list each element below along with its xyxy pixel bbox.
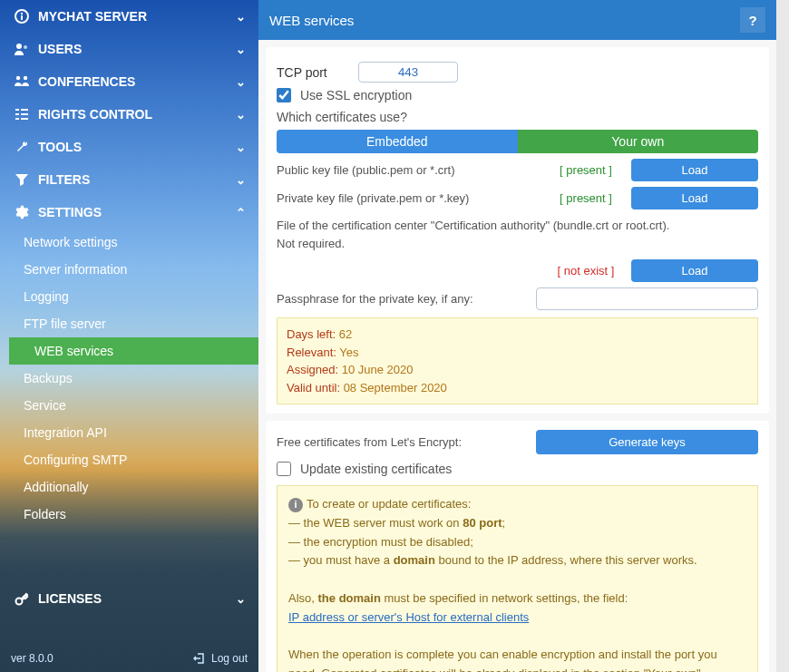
sidebar-footer: ver 8.0.0 Log out xyxy=(0,645,258,672)
generate-keys-button[interactable]: Generate keys xyxy=(536,430,758,454)
privkey-label: Private key file (private.pem or *.key) xyxy=(277,191,541,205)
tab-your-own[interactable]: Your own xyxy=(518,130,759,153)
authority-note: File of the certification center "Certif… xyxy=(277,217,758,252)
main-content: WEB services ? TCP port Use SSL encrypti… xyxy=(258,0,776,672)
tcp-port-input[interactable] xyxy=(358,62,458,83)
sidebar-item-service[interactable]: Service xyxy=(9,392,258,419)
pubkey-load-button[interactable]: Load xyxy=(631,159,758,181)
version-label: ver 8.0.0 xyxy=(11,652,193,665)
settings-subitems: Network settings Server information Logg… xyxy=(0,229,258,528)
chevron-up-icon: ⌃ xyxy=(236,206,246,219)
chevron-down-icon: ⌄ xyxy=(236,75,246,89)
passphrase-input[interactable] xyxy=(536,287,758,310)
logout-icon xyxy=(193,652,206,665)
logout-button[interactable]: Log out xyxy=(193,652,248,665)
cert-tabs: Embedded Your own xyxy=(277,130,758,153)
conferences-icon xyxy=(13,74,31,89)
sidebar-item-network[interactable]: Network settings xyxy=(9,229,258,256)
nav-tools[interactable]: TOOLS ⌄ xyxy=(0,131,258,163)
svg-point-6 xyxy=(24,76,27,80)
page-title: WEB services xyxy=(269,13,740,28)
chevron-down-icon: ⌄ xyxy=(236,173,246,187)
pubkey-status: [ present ] xyxy=(550,163,622,177)
svg-point-3 xyxy=(16,44,22,49)
ssl-panel: TCP port Use SSL encryption Which certif… xyxy=(266,47,769,414)
nav-users[interactable]: USERS ⌄ xyxy=(0,33,258,65)
update-certs-label: Update existing certificates xyxy=(300,462,452,476)
chevron-down-icon: ⌄ xyxy=(236,43,246,56)
nav-label: SETTINGS xyxy=(38,205,236,219)
privkey-status: [ present ] xyxy=(550,191,622,205)
gear-icon xyxy=(13,205,31,219)
tcp-port-label: TCP port xyxy=(277,65,349,80)
users-icon xyxy=(13,42,31,56)
ssl-label: Use SSL encryption xyxy=(300,88,412,102)
nav-rights[interactable]: RIGHTS CONTROL ⌄ xyxy=(0,98,258,131)
nav-label: FILTERS xyxy=(38,172,236,187)
svg-point-1 xyxy=(21,13,23,15)
chevron-down-icon: ⌄ xyxy=(236,141,246,154)
sidebar-item-api[interactable]: Integration API xyxy=(9,419,258,446)
chevron-down-icon: ⌄ xyxy=(236,10,246,24)
svg-rect-7 xyxy=(15,109,19,111)
tab-embedded[interactable]: Embedded xyxy=(277,130,518,153)
sidebar-item-web[interactable]: WEB services xyxy=(9,337,258,365)
cert-question: Which certificates use? xyxy=(277,110,758,124)
svg-rect-2 xyxy=(21,15,23,20)
nav-label: USERS xyxy=(38,42,236,56)
info-icon: i xyxy=(288,498,303,512)
filter-icon xyxy=(13,172,31,187)
nav-conferences[interactable]: CONFERENCES ⌄ xyxy=(0,65,258,98)
key-icon xyxy=(13,591,31,606)
nav-label: MYCHAT SERVER xyxy=(38,9,236,24)
nav-label: TOOLS xyxy=(38,140,236,154)
rights-icon xyxy=(13,107,31,122)
svg-rect-8 xyxy=(15,113,19,115)
sidebar-item-backups[interactable]: Backups xyxy=(9,365,258,392)
info-icon xyxy=(13,9,31,24)
svg-rect-11 xyxy=(21,113,28,115)
authority-status: [ not exist ] xyxy=(550,264,622,278)
authority-load-button[interactable]: Load xyxy=(631,259,758,282)
network-settings-link[interactable]: IP address or server's Host for external… xyxy=(288,610,529,624)
sidebar-item-additional[interactable]: Additionally xyxy=(9,473,258,501)
svg-rect-9 xyxy=(15,118,19,120)
sidebar-item-ftp[interactable]: FTP file server xyxy=(9,310,258,337)
cert-info-box: Days left: 62 Relevant: Yes Assigned: 10… xyxy=(277,317,758,404)
letsencrypt-panel: Free certificates from Let's Encrypt: Ge… xyxy=(266,421,769,672)
letsencrypt-title: Free certificates from Let's Encrypt: xyxy=(277,435,527,449)
help-button[interactable]: ? xyxy=(740,7,765,33)
chevron-down-icon: ⌄ xyxy=(236,108,246,122)
nav-filters[interactable]: FILTERS ⌄ xyxy=(0,163,258,196)
letsencrypt-info: iTo create or update certificates: — the… xyxy=(277,485,758,672)
passphrase-label: Passphrase for the private key, if any: xyxy=(277,292,527,306)
chevron-down-icon: ⌄ xyxy=(236,592,246,606)
svg-rect-12 xyxy=(21,118,28,120)
logout-label: Log out xyxy=(211,652,248,665)
update-certs-checkbox[interactable] xyxy=(277,462,291,476)
svg-point-5 xyxy=(16,76,20,80)
sidebar: MYCHAT SERVER ⌄ USERS ⌄ CONFERENCES ⌄ RI… xyxy=(0,0,258,672)
nav-licenses[interactable]: LICENSES ⌄ xyxy=(0,582,258,615)
sidebar-item-folders[interactable]: Folders xyxy=(9,501,258,528)
svg-rect-10 xyxy=(21,109,28,111)
nav-label: LICENSES xyxy=(38,591,236,606)
ssl-checkbox[interactable] xyxy=(277,88,291,102)
sidebar-item-serverinfo[interactable]: Server information xyxy=(9,256,258,283)
privkey-load-button[interactable]: Load xyxy=(631,187,758,209)
sidebar-item-logging[interactable]: Logging xyxy=(9,283,258,310)
nav-label: RIGHTS CONTROL xyxy=(38,107,236,122)
svg-point-4 xyxy=(24,45,27,49)
nav-mychat-server[interactable]: MYCHAT SERVER ⌄ xyxy=(0,0,258,33)
tools-icon xyxy=(13,140,31,154)
nav-label: CONFERENCES xyxy=(38,74,236,89)
pubkey-label: Public key file (public.pem or *.crt) xyxy=(277,163,541,177)
sidebar-item-smtp[interactable]: Configuring SMTP xyxy=(9,446,258,473)
scrollbar[interactable] xyxy=(776,0,789,672)
page-header: WEB services ? xyxy=(258,0,776,40)
nav-settings[interactable]: SETTINGS ⌃ xyxy=(0,196,258,229)
